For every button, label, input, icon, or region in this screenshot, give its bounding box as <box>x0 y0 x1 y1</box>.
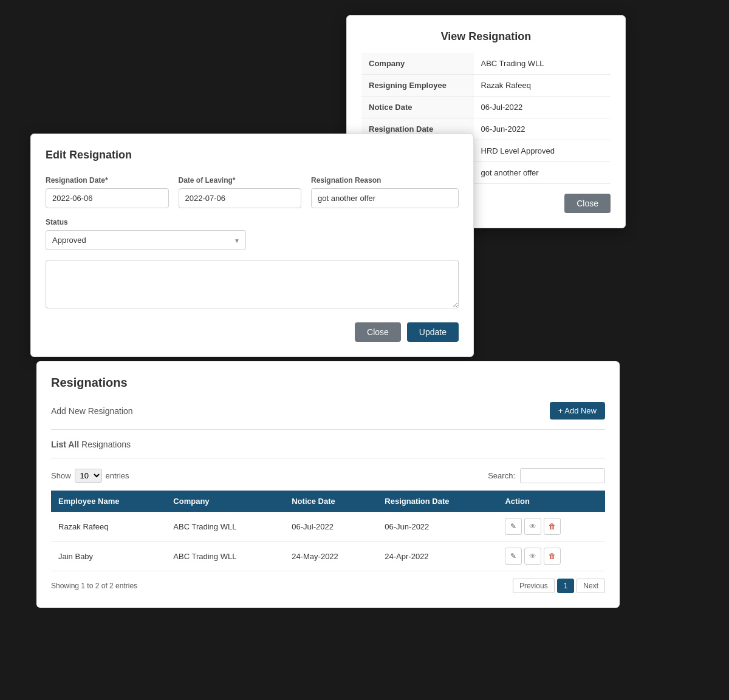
add-new-label: Add New Resignation <box>51 406 133 416</box>
resignation-reason-group: Resignation Reason <box>311 176 459 208</box>
employee-name-cell: Jain Baby <box>51 542 166 571</box>
view-field-value: HRD Level Approved <box>474 140 611 162</box>
table-body: Razak Rafeeq ABC Trading WLL 06-Jul-2022… <box>51 512 605 571</box>
resignation-date-label: Resignation Date* <box>46 176 169 185</box>
resignation-reason-label: Resignation Reason <box>311 176 459 185</box>
status-select[interactable]: Approved Pending Rejected <box>46 230 246 250</box>
add-new-button[interactable]: + Add New <box>550 402 605 420</box>
view-field-value: got another offer <box>474 162 611 184</box>
edit-action-button[interactable]: ✎ <box>505 548 522 565</box>
view-modal-close-button[interactable]: Close <box>564 194 611 213</box>
table-column-header: Action <box>498 491 605 512</box>
edit-form-row-1: Resignation Date* Date of Leaving* Resig… <box>46 176 459 208</box>
view-table-row: CompanyABC Trading WLL <box>361 53 611 75</box>
status-select-wrapper: Approved Pending Rejected <box>46 230 246 250</box>
resignations-table: Employee NameCompanyNotice DateResignati… <box>51 491 605 571</box>
company-cell: ABC Trading WLL <box>166 512 284 542</box>
table-row: Razak Rafeeq ABC Trading WLL 06-Jul-2022… <box>51 512 605 542</box>
table-column-header: Employee Name <box>51 491 166 512</box>
edit-modal-footer: Close Update <box>46 322 459 342</box>
view-field-label: Company <box>361 53 474 75</box>
edit-modal-title: Edit Resignation <box>46 149 459 161</box>
table-row: Jain Baby ABC Trading WLL 24-May-2022 24… <box>51 542 605 571</box>
next-button[interactable]: Next <box>577 579 605 593</box>
view-table-row: Resigning EmployeeRazak Rafeeq <box>361 75 611 97</box>
delete-action-button[interactable]: 🗑 <box>544 548 561 565</box>
action-cell: ✎ 👁 🗑 <box>498 512 605 542</box>
search-input[interactable] <box>520 468 605 483</box>
table-controls: Show 10 25 50 entries Search: <box>51 468 605 483</box>
resignations-panel: Resignations Add New Resignation + Add N… <box>36 361 620 608</box>
table-column-header: Notice Date <box>284 491 377 512</box>
table-column-header: Company <box>166 491 284 512</box>
search-box: Search: <box>488 468 605 483</box>
view-field-value: 06-Jul-2022 <box>474 97 611 118</box>
view-modal-title: View Resignation <box>361 30 611 43</box>
notice-date-cell: 06-Jul-2022 <box>284 512 377 542</box>
view-field-label: Notice Date <box>361 97 474 118</box>
edit-form-row-2: Status Approved Pending Rejected <box>46 218 459 250</box>
entries-label: entries <box>106 471 129 480</box>
resignation-date-group: Resignation Date* <box>46 176 169 208</box>
table-column-header: Resignation Date <box>377 491 498 512</box>
employee-name-cell: Razak Rafeeq <box>51 512 166 542</box>
previous-button[interactable]: Previous <box>513 579 555 593</box>
resignation-reason-input[interactable] <box>311 188 459 208</box>
list-all-bar: List All Resignations <box>51 440 605 458</box>
showing-text: Showing 1 to 2 of 2 entries <box>51 582 137 590</box>
edit-action-button[interactable]: ✎ <box>505 518 522 535</box>
show-label: Show <box>51 471 71 480</box>
pagination: Previous 1 Next <box>513 579 605 593</box>
search-label: Search: <box>488 471 515 480</box>
view-field-label: Resigning Employee <box>361 75 474 97</box>
date-of-leaving-input[interactable] <box>179 188 302 208</box>
table-footer: Showing 1 to 2 of 2 entries Previous 1 N… <box>51 579 605 593</box>
view-action-button[interactable]: 👁 <box>524 548 541 565</box>
add-new-bar: Add New Resignation + Add New <box>51 402 605 430</box>
edit-modal-update-button[interactable]: Update <box>407 322 459 342</box>
resignation-date-input[interactable] <box>46 188 169 208</box>
edit-resignation-modal: Edit Resignation Resignation Date* Date … <box>30 134 474 357</box>
status-group: Status Approved Pending Rejected <box>46 218 246 250</box>
view-field-value: 06-Jun-2022 <box>474 118 611 140</box>
list-all-label: List All Resignations <box>51 440 131 449</box>
view-action-button[interactable]: 👁 <box>524 518 541 535</box>
resignation-date-cell: 24-Apr-2022 <box>377 542 498 571</box>
delete-action-button[interactable]: 🗑 <box>544 518 561 535</box>
table-header-row: Employee NameCompanyNotice DateResignati… <box>51 491 605 512</box>
view-table-row: Notice Date06-Jul-2022 <box>361 97 611 118</box>
date-of-leaving-group: Date of Leaving* <box>179 176 302 208</box>
resignation-date-cell: 06-Jun-2022 <box>377 512 498 542</box>
reason-textarea-area <box>46 260 459 310</box>
date-of-leaving-label: Date of Leaving* <box>179 176 302 185</box>
entries-per-page-select[interactable]: 10 25 50 <box>75 469 102 483</box>
status-label: Status <box>46 218 246 226</box>
action-cell: ✎ 👁 🗑 <box>498 542 605 571</box>
notice-date-cell: 24-May-2022 <box>284 542 377 571</box>
reason-textarea[interactable] <box>46 260 459 308</box>
page-number[interactable]: 1 <box>557 579 575 593</box>
view-field-value: Razak Rafeeq <box>474 75 611 97</box>
view-field-value: ABC Trading WLL <box>474 53 611 75</box>
show-entries: Show 10 25 50 entries <box>51 469 129 483</box>
edit-modal-close-button[interactable]: Close <box>355 322 401 342</box>
company-cell: ABC Trading WLL <box>166 542 284 571</box>
resignations-title: Resignations <box>51 376 605 390</box>
